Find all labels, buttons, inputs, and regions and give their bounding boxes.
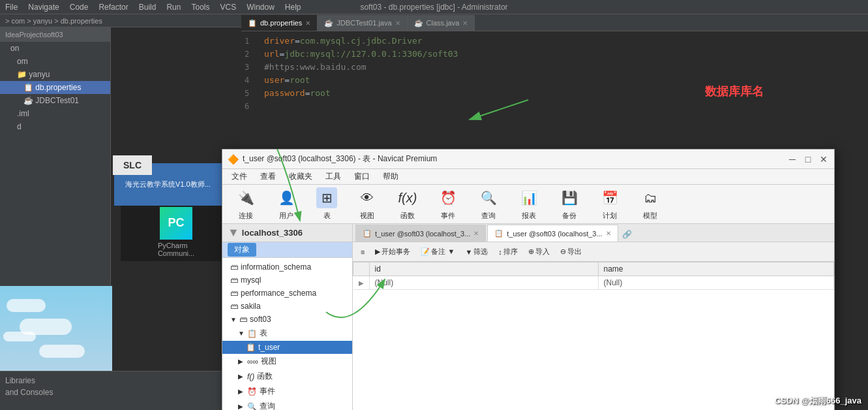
table-row[interactable]: ▶ (Null) (Null): [353, 276, 834, 290]
import-icon: ⊕: [528, 247, 534, 256]
navicat-left-pane: ▼ localhost_3306 对象 🗃 information_schema…: [222, 224, 353, 410]
sidebar-item-jdbctest[interactable]: ☕ JDBCTest01: [0, 94, 110, 107]
menu-tools[interactable]: Tools: [186, 3, 215, 12]
cell-name[interactable]: (Null): [598, 276, 833, 290]
tab-icon: 📋: [248, 19, 257, 27]
right-tab-2[interactable]: 📋 t_user @soft03 (localhost_3... ✕: [487, 225, 618, 242]
sidebar-item-d[interactable]: d: [0, 120, 110, 133]
menu-code[interactable]: Code: [65, 3, 94, 12]
navi-menu-file[interactable]: 文件: [226, 170, 252, 183]
ide-menubar: File Navigate Code Refactor Build Run To…: [0, 0, 868, 14]
navi-menu-help[interactable]: 帮助: [378, 170, 404, 183]
tab-close-icon[interactable]: ✕: [305, 20, 310, 27]
navi-tool-func[interactable]: f(x) 函数: [388, 186, 427, 223]
navicat-close-btn[interactable]: ✕: [818, 154, 829, 165]
tree-item-sakila[interactable]: 🗃 sakila: [222, 300, 352, 313]
col-name[interactable]: name: [598, 262, 833, 276]
toolbar-export-btn[interactable]: ⊖ 导出: [556, 245, 586, 258]
toolbar-note-btn[interactable]: 📝 备注 ▼: [417, 245, 458, 258]
left-tab-bar: 对象: [222, 242, 352, 258]
navi-tool-user[interactable]: 👤 用户: [267, 186, 306, 223]
event-icon: ⏰: [438, 187, 458, 208]
left-tab-objects[interactable]: 对象: [228, 243, 256, 257]
toolbar-transaction-btn[interactable]: ▶ 开始事务: [371, 245, 414, 258]
navi-menu-window[interactable]: 窗口: [349, 170, 375, 183]
tree-item-mysql[interactable]: 🗃 mysql: [222, 274, 352, 287]
navicat-titlebar: 🔶 t_user @soft03 (localhost_3306) - 表 - …: [222, 150, 834, 169]
ide-bottom-panel: Libraries and Consoles: [0, 371, 241, 410]
toolbar-sort-btn[interactable]: ↕ 排序: [494, 245, 522, 258]
pycharm-area: PC PyCharmCommuni...: [121, 202, 232, 261]
navi-menu-favorites[interactable]: 收藏夹: [284, 170, 318, 183]
navi-menu-tools[interactable]: 工具: [320, 170, 346, 183]
add-tab-btn[interactable]: 🔗: [620, 227, 635, 242]
navicat-table-content[interactable]: id name ▶ (Null) (Null): [353, 262, 834, 410]
pycharm-icon: PC: [160, 207, 192, 240]
tuser-icon: 📋: [246, 343, 256, 352]
menu-file[interactable]: File: [0, 3, 23, 12]
navi-tool-model[interactable]: 🗂 模型: [631, 186, 670, 223]
sidebar-item-dbprops[interactable]: 📋 db.properties: [0, 81, 110, 94]
navi-tool-query-label: 查询: [481, 211, 496, 221]
tree-item-tables[interactable]: ▼ 📋 表: [222, 326, 352, 341]
tree-item-views[interactable]: ▶ ∞∞ 视图: [222, 354, 352, 369]
bottom-consoles[interactable]: and Consoles: [5, 386, 236, 398]
right-tab-1-close[interactable]: ✕: [473, 230, 479, 237]
menu-window[interactable]: Window: [241, 3, 280, 12]
right-tab-1[interactable]: 📋 t_user @soft03 (localhost_3... ✕: [355, 225, 486, 242]
right-tab-2-close[interactable]: ✕: [606, 230, 611, 237]
menu-help[interactable]: Help: [280, 3, 307, 12]
menu-navigate[interactable]: Navigate: [23, 3, 64, 12]
toolbar-filter-btn[interactable]: ▼ 筛选: [461, 245, 492, 258]
sidebar-item-iml[interactable]: .iml: [0, 107, 110, 120]
tree-item-perf-schema[interactable]: 🗃 performance_schema: [222, 287, 352, 300]
menu-run[interactable]: Run: [161, 3, 186, 12]
toolbar-menu-btn[interactable]: ≡: [357, 247, 368, 257]
tree-item-info-schema[interactable]: 🗃 information_schema: [222, 260, 352, 274]
tree-item-events[interactable]: ▶ ⏰ 事件: [222, 384, 352, 399]
col-id[interactable]: id: [369, 262, 598, 276]
menu-refactor[interactable]: Refactor: [93, 3, 133, 12]
bottom-libraries[interactable]: Libraries: [5, 375, 236, 386]
menu-build[interactable]: Build: [134, 3, 162, 12]
navi-tool-view[interactable]: 👁 视图: [348, 186, 387, 223]
tree-item-funcs[interactable]: ▶ f() 函数: [222, 369, 352, 384]
tree-item-tuser[interactable]: 📋 t_user: [222, 341, 352, 354]
tree-label-3: performance_schema: [241, 289, 316, 298]
sidebar-item-yanyu[interactable]: 📁 yanyu: [0, 68, 110, 81]
navi-tool-user-label: 用户: [279, 211, 293, 221]
ide-title: soft03 - db.properties [jdbc] - Administ…: [355, 3, 513, 12]
tab-close-icon-2[interactable]: ✕: [395, 20, 400, 27]
navi-tool-connect[interactable]: 🔌 连接: [226, 186, 265, 223]
tab-close-icon-3[interactable]: ✕: [462, 20, 468, 27]
navi-tool-report[interactable]: 📊 报表: [509, 186, 548, 223]
tab-jdbctest[interactable]: ☕ JDBCTest01.java ✕: [318, 15, 407, 31]
navicat-window: 🔶 t_user @soft03 (localhost_3306) - 表 - …: [222, 149, 835, 410]
navicat-tree: 🗃 information_schema 🗃 mysql 🗃 performan…: [222, 258, 352, 410]
tab-db-properties[interactable]: 📋 db.properties ✕: [241, 15, 318, 31]
navi-tool-schedule[interactable]: 📅 计划: [590, 186, 629, 223]
tab-class[interactable]: ☕ Class.java ✕: [408, 15, 475, 31]
tree-label-10: 事件: [260, 386, 275, 397]
navicat-maximize-btn[interactable]: □: [803, 154, 813, 165]
navi-tool-backup[interactable]: 💾 备份: [550, 186, 589, 223]
cell-id[interactable]: (Null): [369, 276, 598, 290]
navicat-minimize-btn[interactable]: ─: [787, 154, 798, 165]
cloud-4: [39, 345, 85, 358]
tree-label-6: 表: [260, 328, 267, 339]
navicat-body: ▼ localhost_3306 对象 🗃 information_schema…: [222, 224, 834, 410]
toolbar-import-btn[interactable]: ⊕ 导入: [524, 245, 554, 258]
navi-menu-view[interactable]: 查看: [255, 170, 281, 183]
sidebar-item-on[interactable]: on: [0, 42, 110, 55]
user-icon: 👤: [276, 187, 297, 208]
navi-tool-event[interactable]: ⏰ 事件: [428, 186, 468, 223]
tree-item-queries[interactable]: ▶ 🔍 查询: [222, 399, 352, 410]
navi-tool-query[interactable]: 🔍 查询: [469, 186, 508, 223]
view-arrow: ▶: [238, 358, 245, 365]
sidebar-item-om[interactable]: om: [0, 55, 110, 68]
tree-item-soft03[interactable]: ▼ 🗃 soft03: [222, 313, 352, 326]
left-pane-arrow[interactable]: ▼: [228, 226, 239, 240]
navi-tool-table[interactable]: ⊞ 表: [307, 186, 346, 223]
db-icon-5: 🗃: [239, 315, 247, 324]
menu-vcs[interactable]: VCS: [215, 3, 241, 12]
